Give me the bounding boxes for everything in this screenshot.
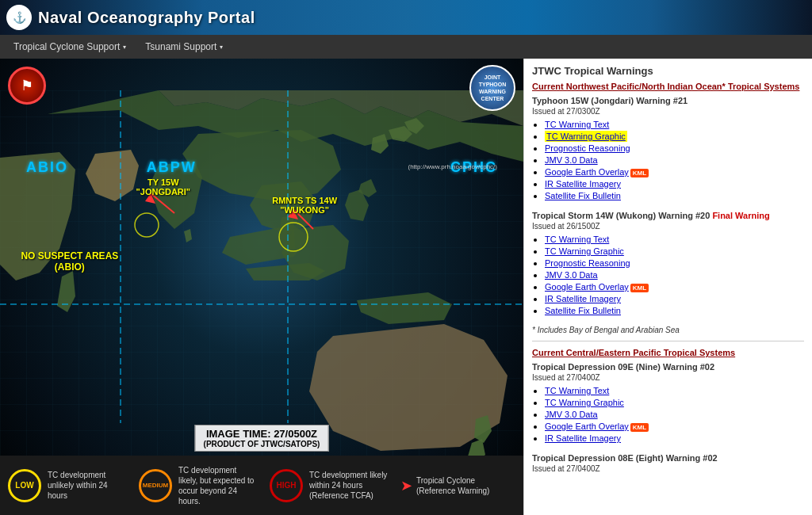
- abio-label: ABIO: [26, 159, 68, 176]
- google-earth-overlay-link-14w[interactable]: Google Earth Overlay: [545, 282, 629, 292]
- dropdown-arrow-icon: ▾: [220, 44, 223, 51]
- list-item: TC Warning Graphic: [545, 397, 804, 408]
- wukong-label: RMNTS TS 14W"WUKONG": [272, 196, 337, 215]
- prognostic-reasoning-link[interactable]: Prognostic Reasoning: [545, 143, 630, 153]
- jmv-data-link[interactable]: JMV 3.0 Data: [545, 155, 598, 165]
- header-banner: ⚓ Naval Oceanography Portal: [0, 0, 812, 35]
- ir-satellite-link-09e[interactable]: IR Satellite Imagery: [545, 433, 621, 443]
- jongdari-label: TY 15W"JONGDARI": [136, 177, 191, 196]
- google-earth-overlay-link-09e[interactable]: Google Earth Overlay: [545, 422, 629, 431]
- satellite-fix-link[interactable]: Satellite Fix Bulletin: [545, 191, 621, 200]
- list-item: Prognostic Reasoning: [545, 143, 804, 154]
- navbar: Tropical Cyclone Support ▾ Tsunami Suppo…: [0, 35, 812, 59]
- list-item: JMV 3.0 Data: [545, 409, 804, 420]
- warning-links-15w: TC Warning Text TC Warning Graphic Progn…: [532, 119, 804, 201]
- warning-issued-15w: Issued at 27/0300Z: [532, 107, 804, 116]
- list-item: Satellite Fix Bulletin: [545, 305, 804, 316]
- list-item: TC Warning Text: [545, 119, 804, 130]
- tc-warning-text-link[interactable]: TC Warning Text: [545, 120, 609, 129]
- high-text: TC development likely within 24 hours (R…: [309, 470, 389, 501]
- warning-block-14w: Tropical Storm 14W (Wukong) Warning #20 …: [532, 211, 804, 316]
- warning-title-14w: Tropical Storm 14W (Wukong) Warning #20 …: [532, 211, 804, 220]
- site-title: Naval Oceanography Portal: [38, 9, 255, 27]
- dropdown-arrow-icon: ▾: [123, 44, 126, 51]
- warning-issued-14w: Issued at 26/1500Z: [532, 222, 804, 231]
- list-item: JMV 3.0 Data: [545, 269, 804, 280]
- cphc-url: (http://www.prh.noaa.gov/cphc/): [408, 163, 498, 170]
- warning-block-09e: Tropical Depression 09E (Nine) Warning #…: [532, 362, 804, 444]
- kml-badge-09e: KML: [630, 423, 649, 432]
- legend-high: HIGH TC development likely within 24 hou…: [270, 469, 389, 502]
- legend-bar: LOW TC development unlikely within 24 ho…: [0, 456, 523, 515]
- list-item: Prognostic Reasoning: [545, 258, 804, 269]
- tc-warning-text-link-09e[interactable]: TC Warning Text: [545, 386, 609, 395]
- list-item: TC Warning Graphic: [545, 246, 804, 257]
- warning-issued-08e: Issued at 27/0400Z: [532, 464, 804, 473]
- satellite-fix-link-14w[interactable]: Satellite Fix Bulletin: [545, 306, 621, 315]
- list-item: IR Satellite Imagery: [545, 178, 804, 189]
- ir-satellite-link-14w[interactable]: IR Satellite Imagery: [545, 294, 621, 303]
- right-panel: JTWC Tropical Warnings Current Northwest…: [523, 59, 812, 515]
- image-time-bar: IMAGE TIME: 27/0500Z (PRODUCT OF JTWC/SA…: [195, 425, 329, 452]
- nav-tropical-cyclone[interactable]: Tropical Cyclone Support ▾: [4, 38, 136, 55]
- medium-text: TC development likely, but expected to o…: [178, 465, 258, 506]
- no-suspect-label: NO SUSPECT AREAS(ABIO): [21, 250, 118, 273]
- warning-links-09e: TC Warning Text TC Warning Graphic JMV 3…: [532, 385, 804, 444]
- tc-warning-graphic-link-09e[interactable]: TC Warning Graphic: [545, 398, 624, 407]
- list-item: Google Earth OverlayKML: [545, 166, 804, 177]
- google-earth-overlay-link[interactable]: Google Earth Overlay: [545, 167, 629, 177]
- list-item: Google Earth OverlayKML: [545, 421, 804, 432]
- high-circle: HIGH: [270, 469, 303, 502]
- warning-title-15w: Typhoon 15W (Jongdari) Warning #21: [532, 96, 804, 105]
- main-content: ABIO ABPW CPHC TY 15W"JONGDARI" RMNTS TS…: [0, 59, 812, 515]
- low-text: TC development unlikely within 24 hours: [48, 470, 127, 501]
- abpw-label: ABPW: [147, 159, 197, 176]
- low-circle: LOW: [8, 469, 41, 502]
- final-warning-badge: Final Warning: [712, 211, 769, 220]
- tc-arrow-icon: ➤: [400, 477, 412, 494]
- list-item: TC Warning Text: [545, 385, 804, 396]
- warning-issued-09e: Issued at 27/0400Z: [532, 373, 804, 382]
- warning-title-08e: Tropical Depression 08E (Eight) Warning …: [532, 453, 804, 463]
- warning-title-09e: Tropical Depression 09E (Nine) Warning #…: [532, 362, 804, 372]
- warning-block-15w: Typhoon 15W (Jongdari) Warning #21 Issue…: [532, 96, 804, 201]
- bay-note: * Includes Bay of Bengal and Arabian Sea: [532, 326, 804, 334]
- nw-pacific-header[interactable]: Current Northwest Pacific/North Indian O…: [532, 82, 804, 91]
- legend-tc-warning: ➤ Tropical Cyclone (Reference Warning): [400, 475, 496, 496]
- warning-block-08e: Tropical Depression 08E (Eight) Warning …: [532, 453, 804, 473]
- list-item: TC Warning Graphic: [545, 131, 804, 142]
- panel-title: JTWC Tropical Warnings: [532, 65, 804, 77]
- list-item: Satellite Fix Bulletin: [545, 190, 804, 201]
- central-pacific-header[interactable]: Current Central/Eastern Pacific Tropical…: [532, 348, 804, 357]
- left-logo: ⚑: [8, 67, 46, 105]
- navy-shield-icon: ⚓: [6, 5, 32, 30]
- legend-medium: MEDIUM TC development likely, but expect…: [139, 465, 258, 506]
- map-panel: ABIO ABPW CPHC TY 15W"JONGDARI" RMNTS TS…: [0, 59, 523, 515]
- list-item: JMV 3.0 Data: [545, 154, 804, 166]
- warning-links-14w: TC Warning Text TC Warning Graphic Progn…: [532, 234, 804, 316]
- list-item: TC Warning Text: [545, 234, 804, 245]
- jtwc-logo: JOINTTYPHOONWARNINGCENTER: [469, 65, 517, 113]
- legend-low: LOW TC development unlikely within 24 ho…: [8, 469, 127, 502]
- jmv-data-link-09e[interactable]: JMV 3.0 Data: [545, 410, 598, 419]
- list-item: IR Satellite Imagery: [545, 433, 804, 444]
- prognostic-reasoning-link-14w[interactable]: Prognostic Reasoning: [545, 258, 630, 268]
- divider: [532, 341, 804, 341]
- kml-badge: KML: [630, 169, 649, 177]
- kml-badge-14w: KML: [630, 284, 649, 292]
- tc-warning-graphic-link[interactable]: TC Warning Graphic: [545, 131, 627, 142]
- tc-warning-graphic-link-14w[interactable]: TC Warning Graphic: [545, 246, 624, 256]
- tc-warning-text-link-14w[interactable]: TC Warning Text: [545, 235, 609, 244]
- medium-circle: MEDIUM: [139, 469, 172, 502]
- list-item: IR Satellite Imagery: [545, 293, 804, 304]
- list-item: Google Earth OverlayKML: [545, 281, 804, 292]
- nav-tsunami-support[interactable]: Tsunami Support ▾: [136, 38, 232, 55]
- ir-satellite-link[interactable]: IR Satellite Imagery: [545, 179, 621, 189]
- jmv-data-link-14w[interactable]: JMV 3.0 Data: [545, 270, 598, 280]
